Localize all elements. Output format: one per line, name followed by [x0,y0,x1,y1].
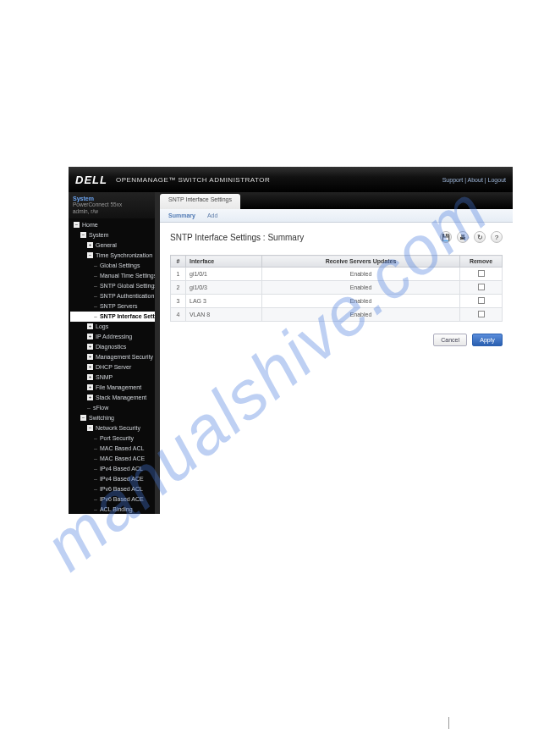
cell-receive: Enabled [262,295,460,308]
nav-item[interactable]: +SNMP [70,372,155,383]
collapse-icon[interactable]: − [80,232,86,238]
nav-item[interactable]: +General [70,240,155,251]
nav-item-label: SNTP Servers [100,303,138,309]
tab-sntp-interface[interactable]: SNTP Interface Settings [160,194,240,209]
nav-item-label: Switching [89,415,114,421]
cell-remove [460,295,503,308]
nav-item[interactable]: +Logs [70,322,155,332]
nav-item[interactable]: Global Settings [70,261,155,271]
nav-item[interactable]: MAC Based ACL [70,444,155,454]
nav-item-label: Port Security [100,435,134,441]
nav-item-label: Logs [96,323,108,329]
nav-item[interactable]: IPv4 Based ACL [70,464,155,474]
nav-item[interactable]: −System [70,230,155,240]
cell-remove [460,281,503,295]
print-icon[interactable]: 🖶 [457,231,469,243]
nav-item[interactable]: SNTP Global Settings [70,281,155,291]
cell-num: 2 [171,281,186,295]
nav-item[interactable]: IPv6 Based ACE [70,494,155,505]
system-box: System PowerConnect 55xx admin, r/w [69,192,155,218]
collapse-icon[interactable]: − [87,252,93,258]
nav-item[interactable]: Manual Time Settings [70,271,155,281]
expand-icon[interactable]: + [87,334,93,339]
subtab-add[interactable]: Add [207,212,217,218]
remove-checkbox[interactable] [478,284,485,290]
sidebar: System PowerConnect 55xx admin, r/w −Hom… [69,192,155,514]
nav-item-label: Stack Management [96,395,146,400]
refresh-icon[interactable]: ↻ [474,231,486,243]
expand-icon[interactable]: + [87,374,93,380]
col-remove: Remove [460,256,503,268]
expand-icon[interactable]: + [87,384,93,390]
nav-item[interactable]: sFlow [70,403,155,413]
nav-item[interactable]: +IP Addressing [70,332,155,342]
nav-item[interactable]: +Management Security [70,352,155,362]
expand-icon[interactable]: + [87,395,93,400]
user-role: admin, r/w [73,208,151,215]
nav-item-label: General [96,242,117,248]
nav-item-label: Network Security [96,425,140,431]
col-interface: Interface [186,256,262,268]
main-pane: SNTP Interface Settings Summary Add SNTP… [160,192,513,514]
cancel-button[interactable]: Cancel [433,334,467,346]
expand-icon[interactable]: + [87,242,93,248]
expand-icon[interactable]: + [87,323,93,329]
nav-item[interactable]: −Switching [70,413,155,423]
content-area: SNTP Interface Settings : Summary 💾 🖶 ↻ … [160,223,513,514]
nav-item[interactable]: SNTP Authentication [70,291,155,301]
nav-item[interactable]: +File Management [70,383,155,393]
nav-item[interactable]: +Stack Management [70,393,155,403]
nav-item-label: Diagnostics [96,344,126,350]
nav-item[interactable]: IPv6 Based ACL [70,484,155,494]
interface-table: # Interface Receive Servers Updates Remo… [170,255,503,322]
help-icon[interactable]: ? [491,231,503,243]
remove-checkbox[interactable] [478,270,485,277]
nav-item[interactable]: −Time Synchronization [70,251,155,261]
remove-checkbox[interactable] [478,311,485,317]
nav-item[interactable]: SNTP Servers [70,301,155,312]
nav-item-label: IPv4 Based ACL [100,466,143,472]
dell-logo: DELL [75,174,107,186]
cell-receive: Enabled [262,281,460,295]
table-row: 3LAG 3Enabled [171,295,503,308]
nav-item-label: sFlow [93,405,108,411]
logout-link[interactable]: Logout [488,177,506,183]
expand-icon[interactable]: + [87,364,93,370]
cell-receive: Enabled [262,308,460,322]
action-bar: Cancel Apply [170,334,503,346]
page-header: SNTP Interface Settings : Summary 💾 🖶 ↻ … [170,231,503,243]
table-row: 2gi1/0/3Enabled [171,281,503,295]
nav-item[interactable]: +Diagnostics [70,342,155,352]
cell-num: 1 [171,268,186,281]
expand-icon[interactable]: + [87,354,93,360]
nav-item[interactable]: SNTP Interface Settings [70,312,155,322]
nav-item[interactable]: +DHCP Server [70,362,155,372]
tab-bar: SNTP Interface Settings [160,192,513,209]
nav-item-label: SNTP Global Settings [100,283,155,289]
subtab-bar: Summary Add [160,209,513,223]
subtab-summary[interactable]: Summary [168,212,195,218]
page-number-marker [448,717,457,729]
page-title: SNTP Interface Settings : Summary [170,233,304,242]
about-link[interactable]: About [468,177,483,183]
remove-checkbox[interactable] [478,297,485,304]
expand-icon[interactable]: + [87,344,93,350]
support-link[interactable]: Support [442,177,464,183]
nav-item[interactable]: −Network Security [70,423,155,433]
apply-button[interactable]: Apply [472,334,503,346]
nav-item[interactable]: ACL Binding [70,505,155,514]
save-icon[interactable]: 💾 [440,231,452,243]
nav-item[interactable]: MAC Based ACE [70,454,155,464]
nav-item-label: SNTP Interface Settings [100,313,155,319]
header-links: Support | About | Logout [442,177,506,183]
collapse-icon[interactable]: − [87,425,93,431]
nav-item-label: MAC Based ACL [100,445,145,451]
nav-item[interactable]: Port Security [70,433,155,444]
nav-item[interactable]: −Home [70,220,155,230]
nav-item[interactable]: IPv4 Based ACE [70,474,155,484]
nav-item-label: DHCP Server [96,364,131,370]
nav-item-label: Global Settings [100,262,140,268]
collapse-icon[interactable]: − [80,415,86,421]
collapse-icon[interactable]: − [74,222,80,228]
nav-item-label: System [89,232,108,238]
